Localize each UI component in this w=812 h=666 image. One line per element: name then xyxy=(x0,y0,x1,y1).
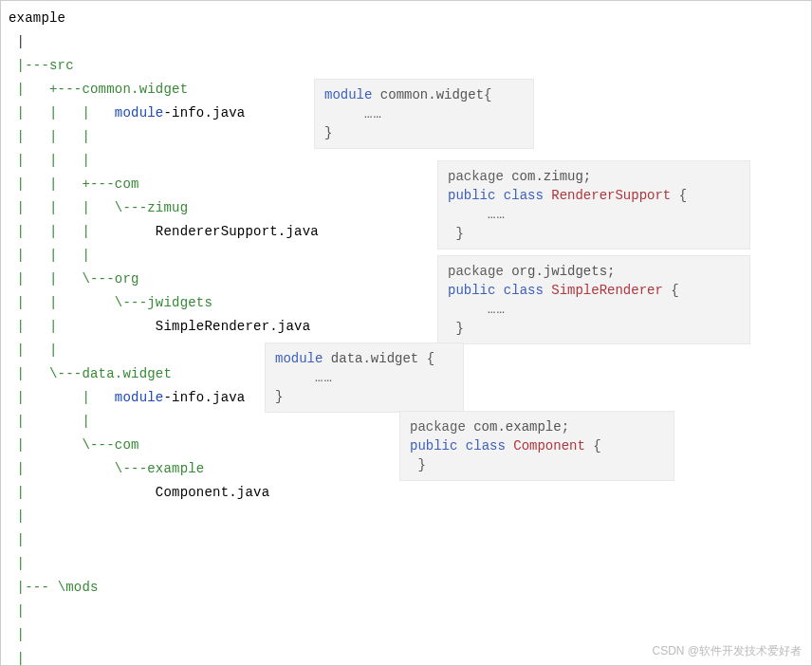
common-widget-folder: common.widget xyxy=(82,82,188,97)
example-folder: example xyxy=(147,461,204,476)
close-brace: } xyxy=(455,321,463,336)
com-folder-2: com xyxy=(115,437,139,453)
ellipsis: …… xyxy=(315,370,333,385)
module-keyword: module xyxy=(275,351,323,366)
package-keyword: package xyxy=(448,169,504,184)
mods-folder: \mods xyxy=(58,580,99,595)
class-keyword: class xyxy=(504,283,544,298)
package-keyword: package xyxy=(448,264,504,279)
open-brace: { xyxy=(671,283,678,298)
diagram-frame: example | |---src | +---common.widget | … xyxy=(0,0,812,666)
org-folder: org xyxy=(115,271,139,287)
public-keyword: public xyxy=(410,438,457,453)
package-name: com.example; xyxy=(473,419,569,435)
class-name: Component xyxy=(513,438,585,453)
open-brace: { xyxy=(593,438,600,453)
component-snippet: package com.example; public class Compon… xyxy=(399,411,674,481)
module-info-suffix-2: -info.java xyxy=(163,390,245,405)
class-name: RendererSupport xyxy=(551,188,671,203)
ellipsis: …… xyxy=(488,207,506,222)
simple-renderer-snippet: package org.jwidgets; public class Simpl… xyxy=(437,255,750,344)
ellipsis: …… xyxy=(488,302,506,317)
package-keyword: package xyxy=(410,419,466,435)
open-brace: { xyxy=(679,188,687,203)
public-keyword: public xyxy=(448,283,495,298)
root-node: example xyxy=(9,10,65,26)
zimug-folder: zimug xyxy=(147,200,188,215)
class-name: SimpleRenderer xyxy=(551,283,663,298)
simple-renderer-file: SimpleRenderer.java xyxy=(156,319,310,334)
jwidgets-folder: jwidgets xyxy=(147,295,212,310)
component-file: Component.java xyxy=(156,485,269,500)
package-name: org.jwidgets; xyxy=(511,264,615,279)
module-keyword: module xyxy=(324,87,372,102)
data-widget-module-snippet: module data.widget { …… } xyxy=(265,342,464,413)
ellipsis: …… xyxy=(364,106,382,121)
renderer-support-snippet: package com.zimug; public class Renderer… xyxy=(437,160,750,250)
public-keyword: public xyxy=(448,188,495,203)
class-keyword: class xyxy=(504,188,544,203)
package-name: com.zimug; xyxy=(511,169,591,184)
renderer-support-file: RendererSupport.java xyxy=(156,224,319,239)
module-info-suffix: -info.java xyxy=(163,105,245,120)
com-folder: com xyxy=(115,176,139,192)
close-brace: } xyxy=(275,389,283,404)
module-info-keyword-2: module xyxy=(115,390,164,405)
module-name: data.widget { xyxy=(331,351,434,366)
close-brace: } xyxy=(417,457,425,472)
close-brace: } xyxy=(324,125,332,140)
src-folder: src xyxy=(49,58,74,73)
data-widget-folder: data.widget xyxy=(82,366,172,381)
module-info-keyword: module xyxy=(115,105,164,120)
module-name: common.widget{ xyxy=(380,87,492,102)
class-keyword: class xyxy=(466,438,506,453)
close-brace: } xyxy=(455,226,463,241)
watermark-text: CSDN @软件开发技术爱好者 xyxy=(652,643,802,659)
common-widget-module-snippet: module common.widget{ …… } xyxy=(314,79,534,149)
